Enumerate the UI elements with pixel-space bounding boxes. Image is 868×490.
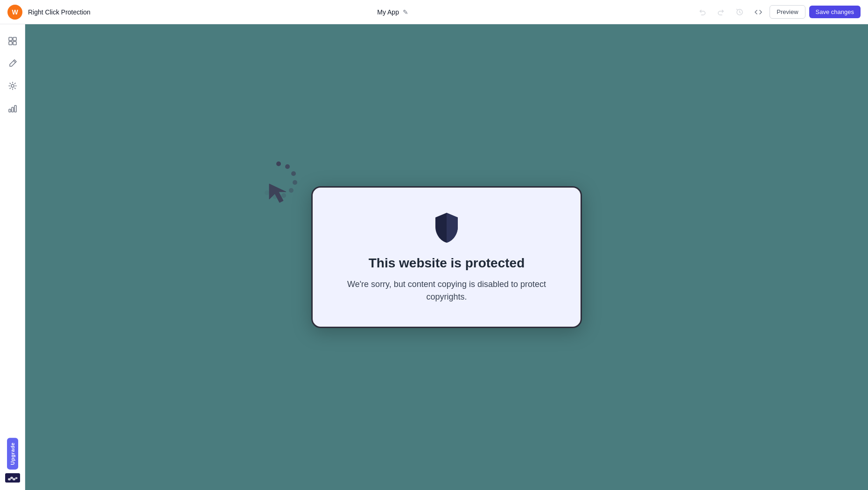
svg-rect-6	[9, 109, 11, 112]
canvas-area: This website is protected We're sorry, b…	[25, 24, 868, 490]
svg-point-12	[15, 477, 17, 479]
undo-button[interactable]	[695, 5, 710, 20]
svg-rect-1	[9, 37, 12, 41]
app-name-label: My App	[377, 8, 399, 16]
header-actions: Preview Save changes	[695, 5, 861, 20]
cursor-icon	[255, 158, 302, 205]
sidebar: Upgrade	[0, 24, 25, 490]
preview-button[interactable]: Preview	[770, 5, 805, 19]
page-title: Right Click Protection	[28, 8, 91, 16]
svg-rect-7	[12, 107, 14, 112]
sidebar-item-settings[interactable]	[3, 77, 22, 95]
svg-point-5	[11, 84, 14, 87]
svg-rect-8	[14, 105, 16, 112]
svg-point-9	[8, 478, 11, 481]
sidebar-item-tools[interactable]	[3, 54, 22, 73]
shield-icon	[432, 211, 462, 245]
edit-app-name-icon[interactable]: ✎	[403, 8, 408, 16]
card-description: We're sorry, but content copying is disa…	[341, 278, 553, 303]
main-layout: Upgrade	[0, 24, 868, 490]
svg-point-20	[265, 190, 269, 195]
shield-icon-wrap	[341, 211, 553, 245]
svg-point-18	[281, 193, 286, 198]
code-button[interactable]	[751, 5, 766, 20]
sidebar-item-analytics[interactable]	[3, 99, 22, 118]
sidebar-item-dashboard[interactable]	[3, 32, 22, 50]
protection-card: This website is protected We're sorry, b…	[311, 186, 582, 328]
svg-point-11	[13, 478, 15, 481]
header-center: My App ✎	[96, 8, 690, 16]
svg-point-16	[293, 180, 297, 185]
app-logo: W	[7, 5, 22, 20]
svg-point-15	[291, 171, 296, 176]
svg-point-17	[289, 188, 294, 193]
upgrade-button[interactable]: Upgrade	[7, 438, 18, 469]
sidebar-bottom-logo	[5, 473, 20, 483]
app-header: W Right Click Protection My App ✎	[0, 0, 868, 24]
svg-point-14	[285, 164, 290, 169]
card-title: This website is protected	[341, 256, 553, 271]
svg-rect-3	[9, 42, 12, 45]
save-button[interactable]: Save changes	[809, 6, 861, 18]
svg-point-10	[10, 477, 13, 479]
protection-card-wrapper: This website is protected We're sorry, b…	[311, 186, 582, 328]
history-button[interactable]	[732, 5, 747, 20]
svg-rect-2	[13, 37, 16, 41]
svg-point-13	[276, 161, 281, 166]
redo-button[interactable]	[714, 5, 728, 20]
svg-rect-4	[13, 42, 16, 45]
sidebar-bottom: Upgrade	[5, 438, 20, 483]
